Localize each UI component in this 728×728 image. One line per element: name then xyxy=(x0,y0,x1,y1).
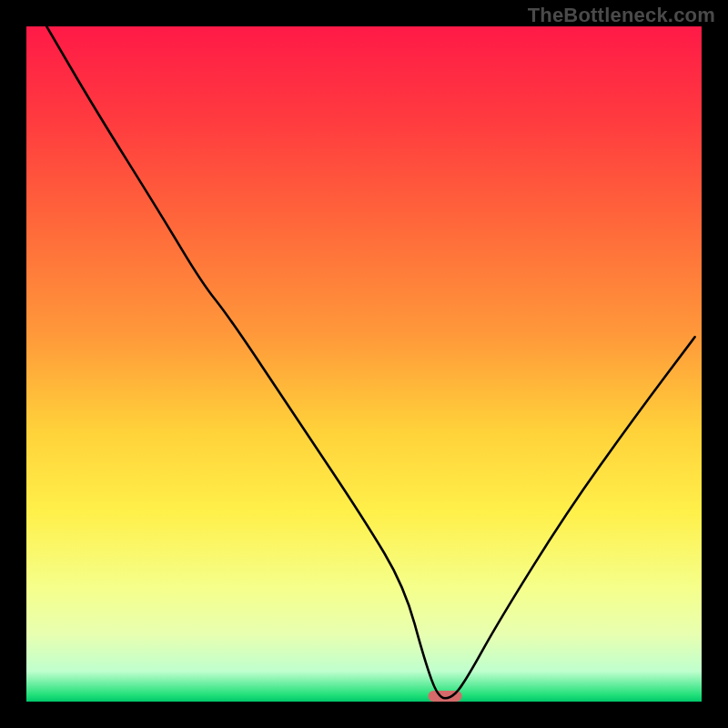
gradient-background xyxy=(26,26,702,702)
watermark-text: TheBottleneck.com xyxy=(528,4,715,27)
bottleneck-plot xyxy=(26,26,702,702)
chart-frame: TheBottleneck.com xyxy=(0,0,728,728)
